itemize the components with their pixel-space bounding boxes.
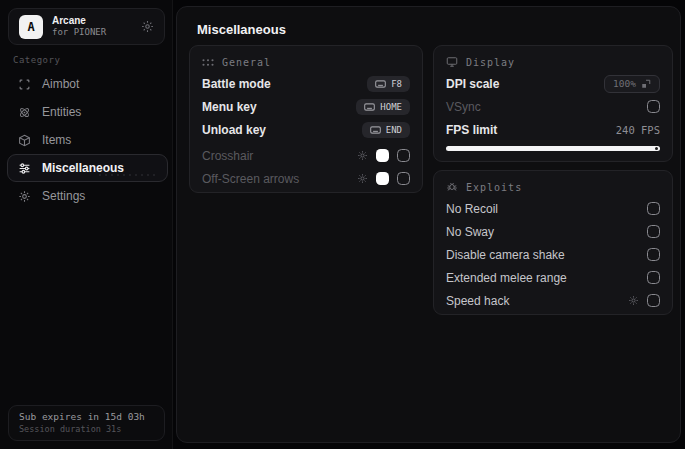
sidebar-item-miscellaneous[interactable]: Miscellaneous <box>7 154 168 182</box>
no-recoil-checkbox[interactable] <box>647 202 660 215</box>
crosshair-settings-gear-icon[interactable] <box>357 150 368 161</box>
exploits-card-title: Exploits <box>466 182 522 193</box>
menu-key-label: Menu key <box>202 100 257 114</box>
display-card-title: Display <box>466 57 515 68</box>
unload-key-label: Unload key <box>202 123 266 137</box>
vsync-checkbox[interactable] <box>647 100 660 113</box>
keyboard-icon <box>370 126 381 134</box>
no-sway-label: No Sway <box>446 225 494 239</box>
sub-expiry-text: Sub expires in 15d 03h <box>19 411 154 422</box>
offscreen-arrows-row: Off-Screen arrows <box>190 167 422 190</box>
bug-icon <box>446 181 458 193</box>
extended-melee-range-label: Extended melee range <box>446 271 567 285</box>
keyboard-icon <box>364 103 375 111</box>
monitor-icon <box>446 56 458 68</box>
vsync-row: VSync <box>434 95 672 118</box>
sidebar-nav: Aimbot Entities Items <box>7 70 168 210</box>
sidebar-item-entities[interactable]: Entities <box>7 98 168 126</box>
sidebar-item-label: Aimbot <box>42 77 79 91</box>
display-card: Display DPI scale 100% VSync FPS limit <box>433 45 673 162</box>
category-label: Category <box>13 55 60 65</box>
subscription-info: Sub expires in 15d 03h Session duration … <box>8 405 165 441</box>
app-logo: A <box>19 15 43 39</box>
battle-mode-keybind-button[interactable]: F8 <box>367 76 410 92</box>
speed-hack-settings-gear-icon[interactable] <box>628 295 639 306</box>
battle-mode-label: Battle mode <box>202 77 271 91</box>
offscreen-arrows-checkbox[interactable] <box>397 172 410 185</box>
scale-resize-icon <box>641 79 651 89</box>
active-item-dots-decoration <box>97 172 159 178</box>
disable-camera-shake-checkbox[interactable] <box>647 248 660 261</box>
speed-hack-label: Speed hack <box>446 294 509 308</box>
general-card-title: General <box>222 57 271 68</box>
offscreen-arrows-label: Off-Screen arrows <box>202 172 299 186</box>
sidebar-item-label: Settings <box>42 189 85 203</box>
dpi-scale-button[interactable]: 100% <box>604 75 660 93</box>
sliders-icon <box>18 162 31 175</box>
crosshair-color-swatch[interactable] <box>376 149 389 162</box>
app-name: Arcane <box>52 15 132 28</box>
main-panel: Miscellaneous General Battle mode <box>176 6 681 443</box>
fps-slider-handle[interactable] <box>655 147 658 150</box>
crosshair-label: Crosshair <box>202 149 253 163</box>
app-header: A Arcane for PIONER <box>8 8 165 45</box>
keyboard-icon <box>375 80 386 88</box>
gear-icon <box>18 190 31 203</box>
disable-camera-shake-label: Disable camera shake <box>446 248 565 262</box>
header-settings-icon[interactable] <box>141 20 154 33</box>
general-card: General Battle mode F8 Menu key HOME <box>189 45 423 193</box>
sidebar-item-settings[interactable]: Settings <box>7 182 168 210</box>
no-sway-checkbox[interactable] <box>647 225 660 238</box>
no-sway-row: No Sway <box>434 220 672 243</box>
fps-limit-row: FPS limit 240 FPS <box>434 118 672 141</box>
sidebar-item-label: Entities <box>42 105 81 119</box>
menu-key-row: Menu key HOME <box>190 95 422 118</box>
grid-dots-icon <box>202 58 214 67</box>
crosshair-checkbox[interactable] <box>397 149 410 162</box>
fps-limit-slider[interactable] <box>446 146 660 151</box>
fps-limit-value: 240 FPS <box>616 124 660 136</box>
fps-limit-label: FPS limit <box>446 123 497 137</box>
menu-key-keybind-button[interactable]: HOME <box>356 99 410 115</box>
vsync-label: VSync <box>446 100 481 114</box>
sidebar-item-items[interactable]: Items <box>7 126 168 154</box>
offscreen-arrows-color-swatch[interactable] <box>376 172 389 185</box>
unload-key-keybind-button[interactable]: END <box>362 122 410 138</box>
sidebar-item-label: Items <box>42 133 71 147</box>
crosshair-row: Crosshair <box>190 144 422 167</box>
extended-melee-range-checkbox[interactable] <box>647 271 660 284</box>
no-recoil-label: No Recoil <box>446 202 498 216</box>
battle-mode-row: Battle mode F8 <box>190 72 422 95</box>
sidebar: A Arcane for PIONER Category Aimbot <box>0 0 173 449</box>
app-window: A Arcane for PIONER Category Aimbot <box>0 0 685 449</box>
page-title: Miscellaneous <box>197 22 286 37</box>
scan-icon <box>18 78 31 91</box>
dpi-scale-label: DPI scale <box>446 77 499 91</box>
unload-key-row: Unload key END <box>190 118 422 141</box>
exploits-card: Exploits No Recoil No Sway Disable camer… <box>433 170 673 315</box>
sidebar-item-aimbot[interactable]: Aimbot <box>7 70 168 98</box>
atom-icon <box>18 106 31 119</box>
dpi-scale-row: DPI scale 100% <box>434 72 672 95</box>
offscreen-arrows-settings-gear-icon[interactable] <box>357 173 368 184</box>
no-recoil-row: No Recoil <box>434 197 672 220</box>
fps-slider-fill <box>446 146 660 151</box>
box-icon <box>18 134 31 147</box>
session-duration-text: Session duration 31s <box>19 424 154 434</box>
app-subtitle: for PIONER <box>52 27 132 38</box>
speed-hack-checkbox[interactable] <box>647 294 660 307</box>
extended-melee-range-row: Extended melee range <box>434 266 672 289</box>
disable-camera-shake-row: Disable camera shake <box>434 243 672 266</box>
speed-hack-row: Speed hack <box>434 289 672 312</box>
